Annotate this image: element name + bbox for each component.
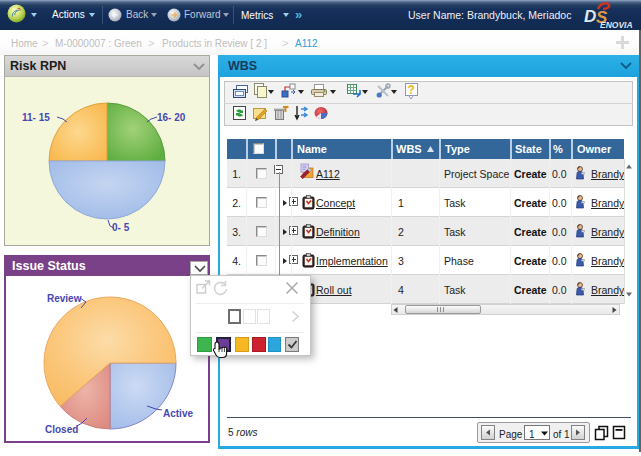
svg-text:D: D	[584, 7, 596, 26]
svg-text:?: ?	[408, 83, 415, 97]
svg-text:ENOVIA: ENOVIA	[600, 20, 633, 29]
